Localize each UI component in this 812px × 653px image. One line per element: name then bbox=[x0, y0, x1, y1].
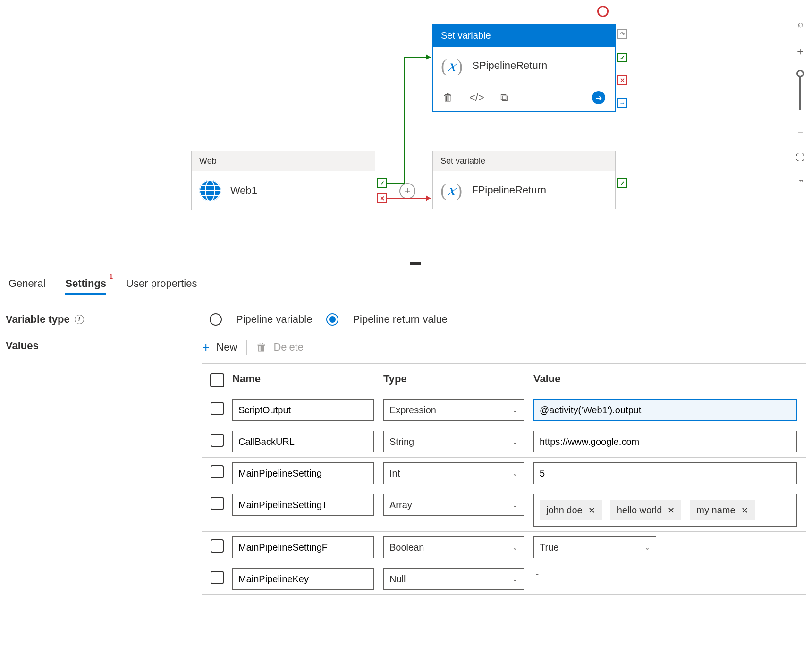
type-select[interactable]: String⌄ bbox=[383, 431, 524, 452]
select-all-checkbox[interactable] bbox=[210, 373, 224, 387]
value-input[interactable] bbox=[533, 431, 797, 452]
tab-label: Settings bbox=[65, 277, 106, 289]
tab-general[interactable]: General bbox=[8, 277, 45, 295]
column-header-type: Type bbox=[383, 373, 533, 385]
activity-header: Web bbox=[192, 151, 375, 171]
chip[interactable]: my name✕ bbox=[690, 500, 754, 520]
trash-icon: 🗑︎ bbox=[256, 341, 267, 353]
output-port-skip[interactable]: → bbox=[617, 98, 627, 108]
activity-web[interactable]: Web Web1 bbox=[191, 151, 375, 210]
chevron-down-icon: ⌄ bbox=[644, 544, 650, 551]
close-icon[interactable]: ✕ bbox=[588, 505, 595, 516]
column-header-name: Name bbox=[232, 373, 383, 385]
table-row: String⌄ bbox=[202, 426, 806, 458]
flow-success-line bbox=[385, 56, 437, 197]
table-row: Expression⌄ bbox=[202, 394, 806, 426]
chip[interactable]: hello world✕ bbox=[610, 500, 682, 520]
new-button[interactable]: New bbox=[216, 341, 237, 353]
canvas-toolbar: ⌕ ＋ － ⛶ ▫▫ bbox=[788, 0, 812, 185]
output-port-fail[interactable]: ✕ bbox=[377, 193, 387, 203]
value-input[interactable] bbox=[533, 399, 797, 421]
search-icon[interactable]: ⌕ bbox=[797, 18, 804, 30]
activity-set-variable-fpipeline[interactable]: Set variable 𝑥 FPipelineReturn bbox=[432, 151, 616, 209]
output-port-fail[interactable]: ✕ bbox=[617, 75, 627, 85]
copy-icon[interactable]: ⧉ bbox=[500, 92, 508, 104]
table-row: Array⌄ john doe✕ hello world✕ my name✕ bbox=[202, 489, 806, 532]
radio-pipeline-variable[interactable] bbox=[210, 313, 222, 326]
close-icon[interactable]: ✕ bbox=[668, 505, 675, 516]
output-port-completion[interactable]: ↷ bbox=[617, 29, 627, 39]
type-select[interactable]: Boolean⌄ bbox=[383, 536, 524, 558]
close-icon[interactable]: ✕ bbox=[741, 505, 748, 516]
type-select[interactable]: Null⌄ bbox=[383, 568, 524, 590]
activity-name: FPipelineReturn bbox=[472, 184, 546, 196]
name-input[interactable] bbox=[232, 568, 374, 590]
variable-icon: 𝑥 bbox=[440, 180, 462, 201]
code-icon[interactable]: </> bbox=[469, 92, 484, 104]
activity-name: SPipelineReturn bbox=[472, 59, 547, 72]
divider bbox=[246, 340, 247, 355]
tab-user-properties[interactable]: User properties bbox=[126, 277, 197, 295]
expand-icon[interactable]: ➔ bbox=[592, 91, 605, 104]
zoom-in-icon[interactable]: ＋ bbox=[795, 44, 805, 59]
delete-icon[interactable]: 🗑︎ bbox=[443, 92, 453, 104]
zoom-out-icon[interactable]: － bbox=[795, 125, 805, 139]
add-activity-button[interactable]: + bbox=[399, 183, 415, 199]
table-row: Null⌄ - bbox=[202, 563, 806, 595]
chip-text: john doe bbox=[546, 505, 583, 516]
select-value: Null bbox=[389, 574, 406, 585]
select-value: Boolean bbox=[389, 542, 424, 553]
zoom-slider[interactable] bbox=[799, 73, 801, 110]
array-chips-input[interactable]: john doe✕ hello world✕ my name✕ bbox=[533, 494, 797, 527]
name-input[interactable] bbox=[232, 399, 374, 421]
fit-screen-icon[interactable]: ⛶ bbox=[796, 153, 804, 163]
name-input[interactable] bbox=[232, 462, 374, 484]
chip-text: my name bbox=[696, 505, 735, 516]
select-value: Array bbox=[389, 500, 412, 511]
select-value: String bbox=[389, 436, 414, 447]
activity-header: Set variable bbox=[433, 151, 615, 171]
name-input[interactable] bbox=[232, 431, 374, 452]
chip[interactable]: john doe✕ bbox=[540, 500, 602, 520]
value-input[interactable] bbox=[533, 462, 797, 484]
output-port-success[interactable]: ✓ bbox=[617, 53, 627, 62]
row-checkbox[interactable] bbox=[211, 434, 224, 447]
column-header-value: Value bbox=[533, 373, 806, 385]
radio-pipeline-return-value[interactable] bbox=[326, 313, 338, 326]
variable-icon: 𝑥 bbox=[441, 55, 463, 76]
values-table: Name Type Value Expression⌄ String⌄ bbox=[202, 363, 806, 595]
output-port-success[interactable]: ✓ bbox=[617, 178, 627, 188]
type-select[interactable]: Array⌄ bbox=[383, 494, 524, 516]
activity-set-variable-spipeline[interactable]: Set variable 𝑥 SPipelineReturn 🗑︎ </> ⧉ … bbox=[432, 24, 616, 112]
radio-label: Pipeline return value bbox=[353, 313, 448, 326]
delete-button[interactable]: Delete bbox=[273, 341, 304, 353]
pane-drag-handle[interactable] bbox=[410, 262, 421, 265]
name-input[interactable] bbox=[232, 536, 374, 558]
row-checkbox[interactable] bbox=[211, 571, 224, 584]
table-row: Boolean⌄ True⌄ bbox=[202, 532, 806, 563]
chevron-down-icon: ⌄ bbox=[512, 438, 518, 445]
type-select[interactable]: Int⌄ bbox=[383, 462, 524, 484]
radio-label: Pipeline variable bbox=[236, 313, 312, 326]
chevron-down-icon: ⌄ bbox=[512, 575, 518, 583]
type-select[interactable]: Expression⌄ bbox=[383, 399, 524, 421]
row-checkbox[interactable] bbox=[211, 402, 224, 415]
tab-badge: 1 bbox=[109, 273, 113, 280]
select-value: True bbox=[540, 542, 558, 553]
validation-error-dot bbox=[597, 6, 609, 17]
output-port-success[interactable]: ✓ bbox=[377, 178, 387, 188]
name-input[interactable] bbox=[232, 494, 374, 516]
row-checkbox[interactable] bbox=[211, 539, 224, 553]
bool-select[interactable]: True⌄ bbox=[533, 536, 656, 558]
chevron-down-icon: ⌄ bbox=[512, 469, 518, 477]
pipeline-canvas[interactable]: Web Web1 ✓ ✕ + Set variable 𝑥 SPipelineR… bbox=[0, 0, 812, 264]
tab-settings[interactable]: Settings 1 bbox=[65, 277, 106, 295]
info-icon[interactable]: i bbox=[75, 315, 84, 324]
row-checkbox[interactable] bbox=[211, 497, 224, 510]
activity-name: Web1 bbox=[230, 184, 257, 197]
settings-tabs: General Settings 1 User properties bbox=[0, 264, 812, 299]
row-checkbox[interactable] bbox=[211, 465, 224, 478]
table-row: Int⌄ bbox=[202, 458, 806, 489]
layout-icon[interactable]: ▫▫ bbox=[798, 177, 802, 185]
chevron-down-icon: ⌄ bbox=[512, 501, 518, 509]
